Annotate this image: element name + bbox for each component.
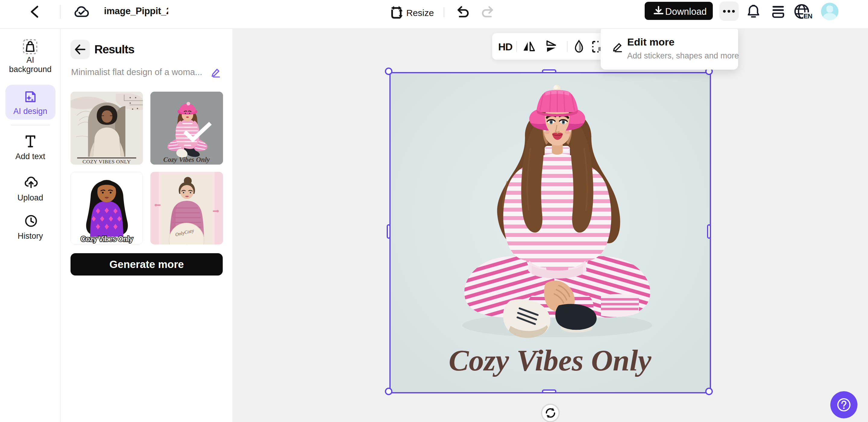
svg-text:Cozy Vibes Only: Cozy Vibes Only <box>163 156 210 163</box>
svg-text:Cozy Vibes Only: Cozy Vibes Only <box>81 235 133 243</box>
svg-text:COZY VIBES ONLY: COZY VIBES ONLY <box>83 158 131 164</box>
